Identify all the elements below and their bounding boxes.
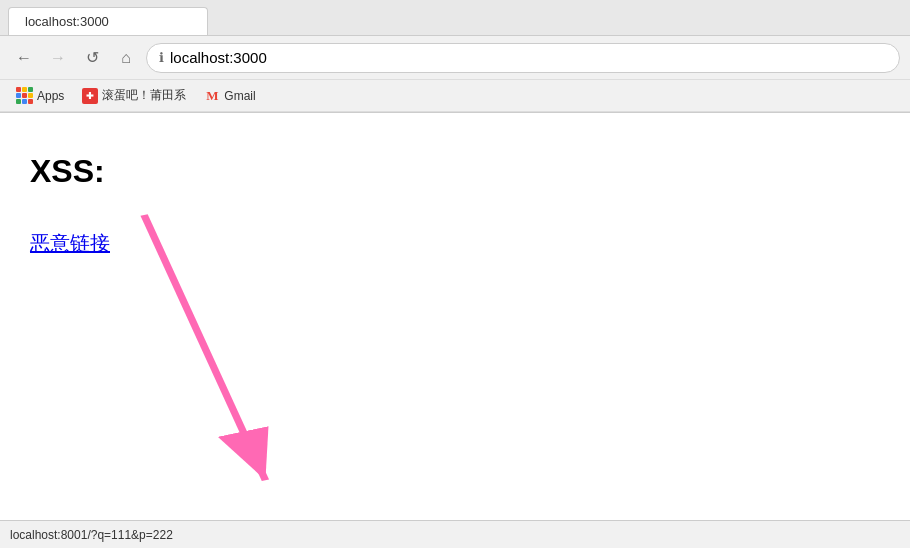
page-content: XSS: 恶意链接 [0, 113, 910, 521]
forward-button[interactable]: → [44, 44, 72, 72]
bookmark-gmail[interactable]: M Gmail [196, 84, 263, 108]
home-button[interactable]: ⌂ [112, 44, 140, 72]
apps-icon [16, 87, 33, 104]
status-bar: localhost:8001/?q=111&p=222 [0, 520, 910, 548]
bookmarks-bar: Apps ✚ 滚蛋吧！莆田系 M Gmail [0, 80, 910, 112]
svg-line-1 [144, 215, 265, 480]
apps-label: Apps [37, 89, 64, 103]
bookmark-fansite[interactable]: ✚ 滚蛋吧！莆田系 [74, 83, 194, 108]
browser-chrome: localhost:3000 ← → ↺ ⌂ ℹ localhost:3000 [0, 0, 910, 113]
fansite-label: 滚蛋吧！莆田系 [102, 87, 186, 104]
tab-title: localhost:3000 [25, 14, 109, 29]
xss-heading: XSS: [30, 153, 880, 190]
reload-button[interactable]: ↺ [78, 44, 106, 72]
gmail-icon: M [204, 88, 220, 104]
fansite-icon: ✚ [82, 88, 98, 104]
active-tab[interactable]: localhost:3000 [8, 7, 208, 35]
tab-bar: localhost:3000 [0, 0, 910, 36]
address-bar[interactable]: ℹ localhost:3000 [146, 43, 900, 73]
back-button[interactable]: ← [10, 44, 38, 72]
gmail-label: Gmail [224, 89, 255, 103]
nav-bar: ← → ↺ ⌂ ℹ localhost:3000 [0, 36, 910, 80]
info-icon: ℹ [159, 50, 164, 65]
status-url: localhost:8001/?q=111&p=222 [10, 528, 173, 542]
bookmark-apps[interactable]: Apps [8, 83, 72, 108]
address-text: localhost:3000 [170, 49, 267, 66]
malicious-link[interactable]: 恶意链接 [30, 232, 110, 254]
